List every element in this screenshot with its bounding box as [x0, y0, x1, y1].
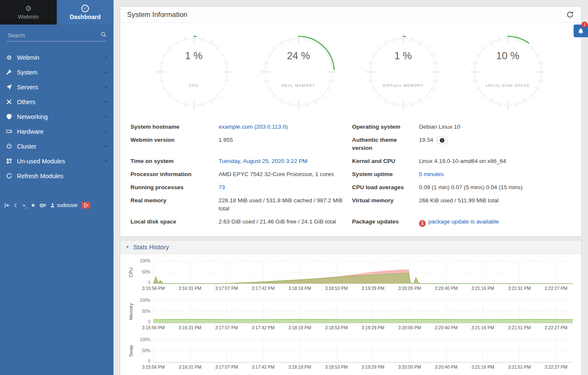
sidebar-tabs: ⚙ Webmin ✓ Dashboard: [0, 0, 114, 25]
chart-axis-label: Swap: [127, 339, 135, 362]
time-on-system-link[interactable]: Tuesday, August 25, 2020 3:22 PM: [219, 158, 307, 164]
info-icon: i: [440, 138, 444, 143]
svg-text:3:21:16 PM: 3:21:16 PM: [472, 286, 494, 291]
user-icon: [50, 203, 55, 208]
theme-info-button[interactable]: i: [437, 137, 447, 144]
info-label: Kernel and CPU: [352, 157, 419, 165]
svg-text:3:20:40 PM: 3:20:40 PM: [435, 364, 458, 369]
stats-history-title: Stats History: [133, 243, 169, 251]
gauge-cpu: 1 % CPU: [155, 33, 233, 111]
chart-plot-area: 3:15:56 PM3:16:31 PM3:17:07 PM3:17:42 PM…: [153, 261, 573, 292]
search-icon: [101, 32, 107, 39]
svg-text:3:18:18 PM: 3:18:18 PM: [288, 325, 311, 330]
y-tick: 100%: [139, 259, 150, 263]
chevron-left-icon: ◄: [104, 85, 108, 89]
refresh-button[interactable]: [566, 10, 574, 19]
refresh-icon: [6, 173, 12, 179]
stats-history-panel: ▼ Stats History CPU 100% 50% 0 3:15:56 P…: [120, 240, 582, 375]
system-information-panel: System Information 1 % CPU 24 % REAL MEM…: [120, 6, 582, 237]
svg-text:3:19:29 PM: 3:19:29 PM: [362, 364, 385, 369]
chart-memory: Memory 100% 50% 0 3:15:56 PM3:16:31 PM3:…: [127, 300, 573, 331]
hostname-link[interactable]: example.com (203.0.113.0): [219, 124, 288, 130]
wrench-icon: [6, 69, 12, 75]
info-label: Authentic theme version: [352, 136, 419, 152]
sidebar-item-system[interactable]: System ◄: [0, 65, 114, 80]
y-tick: 0: [148, 320, 150, 324]
night-mode-icon[interactable]: ☾: [14, 202, 19, 209]
uptime-link[interactable]: 5 minutes: [419, 171, 444, 177]
svg-text:3:22:27 PM: 3:22:27 PM: [545, 364, 568, 369]
sidebar-toolbar: ☾ >_ ★ ⚙⚙ sudouser: [0, 202, 114, 209]
info-label: Operating system: [352, 123, 419, 131]
sidebar-item-label: Hardware: [17, 128, 44, 135]
info-label: Local disk space: [130, 218, 219, 227]
sidebar-item-label: Networking: [17, 113, 48, 120]
sidebar-item-label: Cluster: [17, 143, 36, 150]
gauge-label: LOCAL DISK SPACE: [469, 83, 547, 88]
power-icon: [6, 143, 12, 149]
sidebar-item-cluster[interactable]: Cluster ◄: [0, 139, 114, 154]
webmin-logo-icon: ⚙: [25, 5, 31, 12]
sidebar-item-others[interactable]: Others ◄: [0, 94, 114, 109]
chart-cpu: CPU 100% 50% 0 3:15:56 PM3:16:31 PM3:17:…: [127, 261, 573, 292]
svg-text:3:18:53 PM: 3:18:53 PM: [325, 286, 348, 291]
gauge-real-memory: 24 % REAL MEMORY: [260, 33, 338, 111]
gauge-local-disk-space: 10 % LOCAL DISK SPACE: [469, 33, 547, 111]
info-value: Linux 4.19.0-10-amd64 on x86_64: [419, 157, 571, 165]
chart-axis-label: CPU: [127, 261, 135, 284]
svg-text:3:18:18 PM: 3:18:18 PM: [288, 364, 311, 369]
sidebar-item-servers[interactable]: Servers ◄: [0, 80, 114, 94]
terminal-icon[interactable]: >_: [23, 203, 27, 208]
info-label: System uptime: [352, 170, 419, 178]
y-tick: 100%: [139, 337, 150, 342]
info-value: 0.09 (1 min) 0.07 (5 mins) 0.04 (15 mins…: [419, 183, 571, 191]
package-updates-link[interactable]: package update is available: [428, 218, 499, 225]
sidebar-item-label: System: [17, 69, 37, 76]
svg-text:3:18:53 PM: 3:18:53 PM: [325, 325, 348, 330]
info-value: 2.63 GiB used / 21.46 GiB free / 24.1 Gi…: [219, 218, 352, 227]
sidebar-item-networking[interactable]: Networking ◄: [0, 109, 114, 124]
svg-text:3:21:51 PM: 3:21:51 PM: [508, 325, 531, 330]
notifications-button[interactable]: 1: [574, 25, 588, 37]
favorites-icon[interactable]: ★: [31, 202, 36, 208]
svg-text:3:20:05 PM: 3:20:05 PM: [398, 325, 421, 330]
info-label: Time on system: [130, 157, 219, 165]
svg-text:3:20:40 PM: 3:20:40 PM: [435, 325, 458, 330]
svg-text:3:17:42 PM: 3:17:42 PM: [252, 286, 275, 291]
sidebar-item-label: Webmin: [17, 54, 39, 61]
y-tick: 0: [148, 280, 150, 285]
system-information-header: System Information: [120, 7, 581, 23]
user-menu[interactable]: sudouser: [50, 202, 78, 208]
sidebar-item-refresh-modules[interactable]: Refresh Modules: [0, 168, 114, 183]
tools-icon: [6, 99, 12, 105]
sidebar-item-webmin[interactable]: ⚙ Webmin ◄: [0, 50, 114, 65]
chevron-left-icon: ◄: [104, 55, 108, 59]
sidebar-item-unused-modules[interactable]: Un-used Modules ◄: [0, 154, 114, 168]
stats-history-header[interactable]: ▼ Stats History: [120, 240, 581, 254]
package-updates-count-badge: 1: [419, 220, 426, 227]
shield-icon: [6, 113, 12, 120]
svg-text:3:18:18 PM: 3:18:18 PM: [288, 286, 311, 291]
modules-icon: [6, 158, 12, 164]
gauge-label: VIRTUAL MEMORY: [364, 83, 442, 88]
tab-webmin[interactable]: ⚙ Webmin: [0, 0, 57, 25]
gauges-row: 1 % CPU 24 % REAL MEMORY 1 % VIRTUAL MEM…: [120, 23, 581, 113]
collapse-sidebar-icon[interactable]: [4, 202, 10, 208]
tab-dashboard[interactable]: ✓ Dashboard: [57, 0, 114, 25]
logout-button[interactable]: [82, 202, 90, 209]
y-tick: 50%: [142, 348, 150, 353]
refresh-icon: [566, 11, 574, 18]
sidebar-item-hardware[interactable]: Hardware ◄: [0, 124, 114, 139]
svg-text:3:16:31 PM: 3:16:31 PM: [179, 364, 202, 369]
info-label: Package updates: [352, 218, 419, 227]
info-label: System hostname: [130, 123, 219, 131]
chevron-left-icon: ◄: [104, 100, 108, 104]
gauge-value: 1 %: [364, 50, 442, 62]
running-processes-link[interactable]: 73: [219, 184, 225, 190]
search-input[interactable]: [7, 30, 107, 41]
chevron-left-icon: ◄: [104, 70, 108, 74]
svg-text:3:15:56 PM: 3:15:56 PM: [142, 364, 165, 369]
tab-webmin-label: Webmin: [18, 14, 39, 20]
settings-icon[interactable]: ⚙⚙: [39, 202, 46, 209]
chevron-left-icon: ◄: [104, 144, 108, 148]
